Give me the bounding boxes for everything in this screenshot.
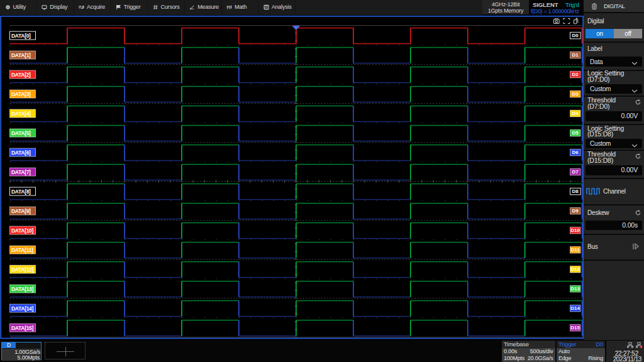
- svg-text:DATA[6]: DATA[6]: [11, 150, 31, 156]
- svg-text:DATA[2]: DATA[2]: [11, 72, 31, 78]
- svg-text:DATA[15]: DATA[15]: [11, 325, 34, 331]
- svg-text:DATA[9]: DATA[9]: [11, 208, 31, 214]
- svg-text:D1: D1: [572, 52, 579, 58]
- svg-text:DATA[11]: DATA[11]: [11, 247, 33, 253]
- svg-text:D13: D13: [570, 286, 580, 292]
- svg-text:DATA[4]: DATA[4]: [11, 111, 31, 117]
- svg-text:D2: D2: [572, 72, 579, 77]
- svg-text:D3: D3: [572, 91, 579, 97]
- svg-text:DATA[0]: DATA[0]: [11, 33, 31, 39]
- svg-text:D12: D12: [570, 266, 580, 272]
- svg-text:D5: D5: [572, 130, 579, 136]
- svg-text:DATA[7]: DATA[7]: [11, 169, 31, 175]
- svg-text:DATA[14]: DATA[14]: [11, 305, 34, 312]
- svg-text:D4: D4: [572, 111, 579, 116]
- svg-text:DATA[3]: DATA[3]: [11, 91, 31, 97]
- svg-text:D7: D7: [572, 169, 579, 175]
- svg-text:DATA[8]: DATA[8]: [11, 189, 31, 195]
- svg-text:x: x: [640, 344, 642, 348]
- svg-text:D9: D9: [572, 208, 579, 214]
- svg-text:D10: D10: [570, 228, 580, 233]
- svg-text:D0: D0: [572, 33, 579, 38]
- svg-text:DATA[10]: DATA[10]: [11, 228, 34, 234]
- svg-text:D15: D15: [570, 325, 580, 331]
- svg-text:DATA[13]: DATA[13]: [11, 286, 34, 292]
- svg-text:D6: D6: [572, 150, 579, 155]
- svg-text:DATA[1]: DATA[1]: [11, 52, 31, 58]
- svg-text:DATA[5]: DATA[5]: [11, 130, 31, 136]
- svg-text:D11: D11: [571, 247, 580, 253]
- svg-text:D8: D8: [572, 189, 579, 194]
- svg-text:DATA[12]: DATA[12]: [11, 266, 34, 273]
- svg-text:D14: D14: [570, 305, 580, 311]
